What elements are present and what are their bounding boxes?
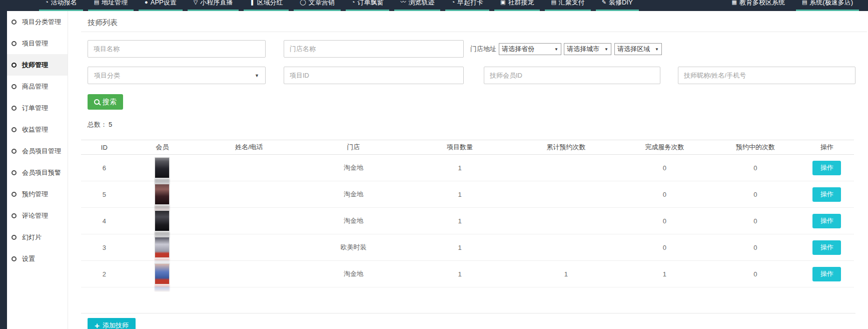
topnav-item[interactable]: ◔订单飘窗 xyxy=(346,0,390,11)
cell-avatar xyxy=(128,234,197,261)
table-row: 2 淘金地 1 1 1 0 操作 xyxy=(81,261,854,287)
cell-action: 操作 xyxy=(800,261,854,287)
sidebar-item[interactable]: 技师管理 xyxy=(7,54,68,76)
filter-row-1: 门店地址 请选择省份 ▼ 请选择城市 ▼ 请选择区域 ▼ xyxy=(88,40,855,58)
project-category-select[interactable]: 项目分类 ▼ xyxy=(88,67,266,84)
sidebar-item[interactable]: 设置 xyxy=(7,248,68,269)
topnav-item[interactable]: ❚区域分红 xyxy=(244,0,289,11)
cell-store: 淘金地 xyxy=(301,261,406,287)
table-body: 6 淘金地 1 0 0 操作 5 淘金地 1 0 0 xyxy=(81,155,854,287)
radio-circle-icon xyxy=(12,127,17,132)
city-select[interactable]: 请选择城市 ▼ xyxy=(564,43,611,55)
add-technician-label: 添加技师 xyxy=(103,321,129,329)
search-icon xyxy=(94,99,100,105)
member-avatar xyxy=(155,210,170,231)
project-name-input[interactable] xyxy=(88,40,266,58)
top-navigation-bar: ◔活动报名▤地址管理●APP设置▽小程序直播❚区域分红◯文章营销◔订单飘窗〰浏览… xyxy=(0,0,868,11)
row-action-button[interactable]: 操作 xyxy=(812,240,841,255)
topnav-item[interactable]: ▽小程序直播 xyxy=(188,0,239,11)
sidebar-item-label: 收益管理 xyxy=(22,125,48,134)
circle-icon: ◔ xyxy=(352,0,355,5)
topnav-item[interactable]: ✎装修DIY xyxy=(596,0,639,11)
radio-circle-icon xyxy=(12,213,17,218)
sidebar-item[interactable]: 预约管理 xyxy=(7,183,68,205)
topnav-item[interactable]: ▤汇聚支付 xyxy=(545,0,590,11)
cell-id: 4 xyxy=(81,208,128,234)
sidebar-item[interactable]: 会员项目预警 xyxy=(7,162,68,183)
topnav-item[interactable]: ◔早起打卡 xyxy=(445,0,489,11)
topnav-item-label: 早起打卡 xyxy=(457,0,483,7)
topnav-item[interactable]: 〰浏览轨迹 xyxy=(394,0,440,11)
topnav-item-label: 地址管理 xyxy=(102,0,128,7)
sidebar-item[interactable]: 评论管理 xyxy=(7,205,68,226)
tech-member-id-input[interactable] xyxy=(484,67,660,84)
district-select[interactable]: 请选择区域 ▼ xyxy=(614,43,662,55)
topnav-item-label: 装修DIY xyxy=(609,0,633,7)
sidebar-item[interactable]: 项目管理 xyxy=(7,33,68,54)
chevron-down-icon: ▼ xyxy=(602,47,608,52)
table-row: 5 淘金地 1 0 0 操作 xyxy=(81,181,854,208)
topnav-item[interactable]: ▤地址管理 xyxy=(88,0,134,11)
sidebar-item[interactable]: 项目分类管理 xyxy=(7,11,68,33)
cell-total-bookings xyxy=(514,208,618,234)
sidebar-item[interactable]: 幻灯片 xyxy=(7,226,68,248)
topnav-right-items: ▦教育多校区系统▤系统(极速多店) xyxy=(726,0,864,11)
sidebar-item-label: 会员项目管理 xyxy=(22,147,61,156)
cell-id: 6 xyxy=(81,155,128,181)
image-icon: ▣ xyxy=(500,0,505,5)
cell-id: 3 xyxy=(81,234,128,261)
province-select[interactable]: 请选择省份 ▼ xyxy=(499,43,561,55)
play-icon: ▽ xyxy=(194,0,198,5)
topnav-item[interactable]: ▦教育多校区系统 xyxy=(726,0,791,11)
cell-project-count: 1 xyxy=(406,208,514,234)
radio-circle-icon xyxy=(12,149,17,154)
column-header: 门店 xyxy=(301,140,406,155)
city-select-value: 请选择城市 xyxy=(567,45,599,54)
sidebar-item[interactable]: 订单管理 xyxy=(7,97,68,119)
cell-pending: 0 xyxy=(711,208,800,234)
cell-id: 5 xyxy=(81,181,128,208)
row-action-button[interactable]: 操作 xyxy=(812,214,841,228)
project-id-input[interactable] xyxy=(284,67,464,84)
column-header: 姓名/电话 xyxy=(197,140,302,155)
avatar-image xyxy=(155,157,170,178)
tech-name-input[interactable] xyxy=(678,67,855,84)
topnav-item[interactable]: ▣社群接龙 xyxy=(494,0,540,11)
radio-circle-icon xyxy=(12,192,17,197)
province-select-value: 请选择省份 xyxy=(502,45,534,54)
sidebar-item[interactable]: 商品管理 xyxy=(7,76,68,97)
chevron-down-icon: ▼ xyxy=(255,73,259,78)
topnav-item[interactable]: ▤系统(极速多店) xyxy=(796,0,859,11)
topnav-item[interactable]: ◔活动报名 xyxy=(39,0,83,11)
row-action-button[interactable]: 操作 xyxy=(812,161,841,175)
apple-icon: ● xyxy=(145,0,148,5)
cell-pending: 0 xyxy=(711,261,800,287)
sidebar-item[interactable]: 会员项目管理 xyxy=(7,140,68,162)
sidebar-item-label: 幻灯片 xyxy=(22,233,42,242)
radio-circle-icon xyxy=(12,41,17,46)
sidebar-item[interactable]: 收益管理 xyxy=(7,119,68,140)
card-icon: ▤ xyxy=(551,0,556,5)
cell-id: 2 xyxy=(81,261,128,287)
member-avatar xyxy=(155,237,170,258)
store-name-input[interactable] xyxy=(284,40,464,58)
topnav-item-label: 订单飘窗 xyxy=(357,0,383,7)
topnav-item[interactable]: ◯文章营销 xyxy=(294,0,340,11)
store-address-label: 门店地址 xyxy=(470,45,496,54)
plus-icon: + xyxy=(95,321,100,329)
search-button[interactable]: 搜索 xyxy=(88,94,123,110)
row-action-button[interactable]: 操作 xyxy=(812,187,841,202)
cell-project-count: 1 xyxy=(406,155,514,181)
sidebar-item-label: 商品管理 xyxy=(22,82,48,91)
row-action-button[interactable]: 操作 xyxy=(812,267,841,281)
topnav-item[interactable]: ●APP设置 xyxy=(139,0,183,11)
cell-avatar xyxy=(128,181,197,208)
cell-completed: 0 xyxy=(618,155,711,181)
table-header-row: ID会员姓名/电话门店项目数量累计预约次数完成服务次数预约中的次数操作 xyxy=(81,140,854,155)
cell-name-phone xyxy=(197,234,302,261)
topnav-item-label: 活动报名 xyxy=(51,0,77,7)
cell-store: 欧美时装 xyxy=(301,234,406,261)
cell-pending: 0 xyxy=(711,234,800,261)
add-technician-button[interactable]: + 添加技师 xyxy=(88,318,136,329)
wrench-icon: ✎ xyxy=(602,0,606,5)
